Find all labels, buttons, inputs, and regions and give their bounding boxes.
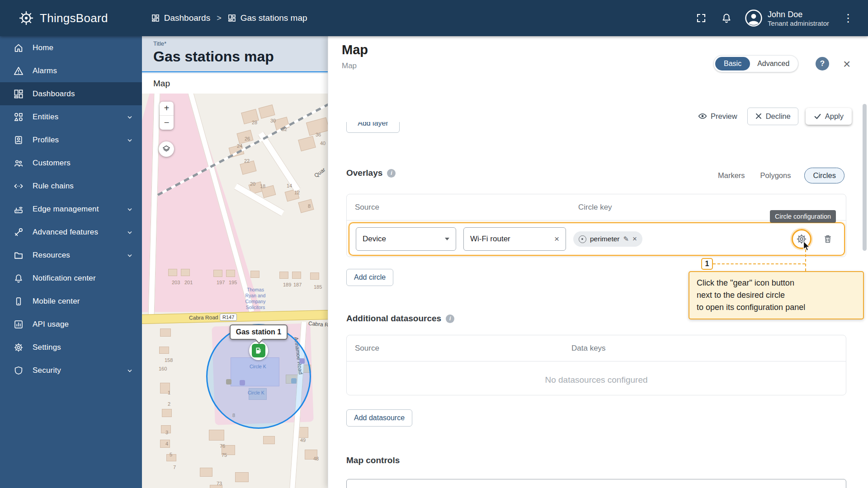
zoom-in-button[interactable]: + [160, 102, 174, 116]
check-icon [814, 113, 821, 120]
sidebar-item-dashboards[interactable]: Dashboards [0, 82, 142, 105]
notifications-bell-icon[interactable] [720, 11, 733, 25]
x-icon [755, 113, 762, 120]
sidebar-item-mobile-center[interactable]: Mobile center [0, 290, 142, 313]
map-building [235, 472, 249, 482]
datasources-table-header: Source Data keys [347, 335, 846, 361]
map-building [200, 468, 212, 477]
user-menu[interactable]: John Doe Tenant administrator [745, 9, 829, 27]
circle-configuration-gear-button[interactable] [792, 229, 811, 249]
map-zoom-control: + − [160, 102, 174, 130]
tab-polygons[interactable]: Polygons [759, 168, 793, 183]
add-circle-button[interactable]: Add circle [346, 269, 393, 286]
building-number: 24 [237, 143, 242, 149]
building-number: 76 [220, 443, 225, 449]
sidebar-item-alarms[interactable]: Alarms [0, 59, 142, 82]
sidebar-item-customers[interactable]: Customers [0, 151, 142, 174]
building-number: 185 [314, 284, 322, 290]
sidebar-item-resources[interactable]: Resources [0, 244, 142, 267]
mode-advanced-option[interactable]: Advanced [750, 57, 797, 70]
wrench-tools-icon [14, 227, 24, 237]
sidebar-item-security[interactable]: Security [0, 359, 142, 382]
building-number: 12 [294, 190, 300, 195]
building-number: 18 [260, 183, 265, 189]
add-layer-button[interactable]: Add layer [346, 122, 400, 133]
info-icon[interactable]: i [387, 169, 396, 178]
zoom-out-button[interactable]: − [160, 116, 174, 130]
preview-button[interactable]: Preview [695, 108, 740, 124]
map-building [298, 136, 316, 151]
tab-circles[interactable]: Circles [804, 168, 844, 183]
circle-key-chip[interactable]: perimeter ✎ × [573, 231, 642, 247]
tab-markers[interactable]: Markers [716, 168, 747, 183]
map-building [159, 347, 169, 354]
breadcrumb-current[interactable]: Gas stations map [228, 13, 307, 23]
sidebar-item-profiles[interactable]: Profiles [0, 128, 142, 151]
delete-circle-trash-icon[interactable] [819, 230, 837, 248]
poi-label-solicitors: Thomas Ryan and Company Solicitors [240, 287, 271, 311]
map-building [160, 440, 170, 448]
eye-icon [698, 112, 707, 121]
map-building [226, 270, 235, 277]
close-panel-icon[interactable]: × [841, 55, 852, 73]
dropdown-caret-icon [445, 238, 449, 240]
add-datasource-button[interactable]: Add datasource [346, 409, 412, 427]
breadcrumb-label: Dashboards [164, 13, 210, 23]
profiles-badge-icon [14, 135, 24, 145]
building-number: 195 [229, 280, 237, 285]
sidebar-item-notification-center[interactable]: Notification center [0, 267, 142, 290]
sidebar-item-advanced-features[interactable]: Advanced features [0, 221, 142, 244]
sidebar-item-label: Resources [33, 251, 70, 260]
sidebar-item-label: Advanced features [33, 228, 98, 237]
widget-header: Map [142, 74, 328, 94]
sidebar-item-api-usage[interactable]: API usage [0, 313, 142, 336]
sidebar-item-label: Rule chains [33, 182, 74, 191]
fullscreen-icon[interactable] [694, 11, 708, 25]
map-building [160, 328, 171, 337]
decline-button[interactable]: Decline [747, 108, 798, 125]
no-datasources-text: No datasources configured [347, 375, 846, 385]
map-road [258, 131, 300, 192]
source-entity-field[interactable]: Wi-Fi router × [463, 227, 566, 251]
panel-toolbar: Preview Decline Apply [695, 107, 852, 126]
sidebar-item-settings[interactable]: Settings [0, 336, 142, 359]
dashboard-title-field[interactable]: Title* Gas stations map [142, 36, 328, 72]
more-options-icon[interactable]: ⋮ [841, 13, 855, 23]
panel-scrollbar[interactable] [863, 104, 867, 251]
map-controls-field-clipped[interactable] [346, 479, 846, 488]
apply-button[interactable]: Apply [806, 108, 852, 125]
map-canvas[interactable]: Quar Cabra Road R147 Cabra Roa Annamoe R… [142, 94, 328, 488]
breadcrumb-label: Gas stations map [241, 13, 307, 23]
map-layers-button[interactable] [159, 141, 174, 157]
building-number: 30 [270, 118, 276, 123]
clear-entity-icon[interactable]: × [554, 234, 559, 244]
mobile-phone-icon [14, 296, 24, 306]
sidebar-item-rule-chains[interactable]: Rule chains [0, 174, 142, 197]
building-number: 160 [159, 366, 167, 371]
map-building [292, 272, 301, 279]
help-button[interactable]: ? [816, 57, 829, 70]
key-type-icon [579, 235, 586, 243]
source-type-select[interactable]: Device [356, 227, 456, 251]
sidebar-item-home[interactable]: Home [0, 36, 142, 59]
remove-key-icon[interactable]: × [632, 235, 637, 244]
map-building [162, 409, 172, 417]
sidebar-item-edge-management[interactable]: Edge management [0, 197, 142, 221]
building-number: 7 [173, 465, 176, 470]
building-number: 73 [217, 481, 222, 486]
top-bar-actions: John Doe Tenant administrator ⋮ [694, 9, 855, 27]
chevron-down-icon [126, 113, 134, 121]
building-number: 26 [245, 136, 250, 141]
edit-key-pencil-icon[interactable]: ✎ [623, 235, 629, 243]
app-logo[interactable]: ThingsBoard [18, 10, 108, 26]
dashboards-icon [14, 89, 24, 99]
breadcrumb-separator: > [217, 14, 222, 23]
sidebar-item-label: Customers [33, 159, 71, 168]
map-building [181, 269, 190, 276]
datasources-heading: Additional datasources [346, 314, 441, 324]
sidebar-item-entities[interactable]: Entities [0, 105, 142, 128]
breadcrumb-dashboards[interactable]: Dashboards [151, 13, 210, 23]
info-icon[interactable]: i [446, 314, 454, 323]
mode-basic-option[interactable]: Basic [715, 57, 750, 70]
edge-router-icon [14, 204, 24, 214]
